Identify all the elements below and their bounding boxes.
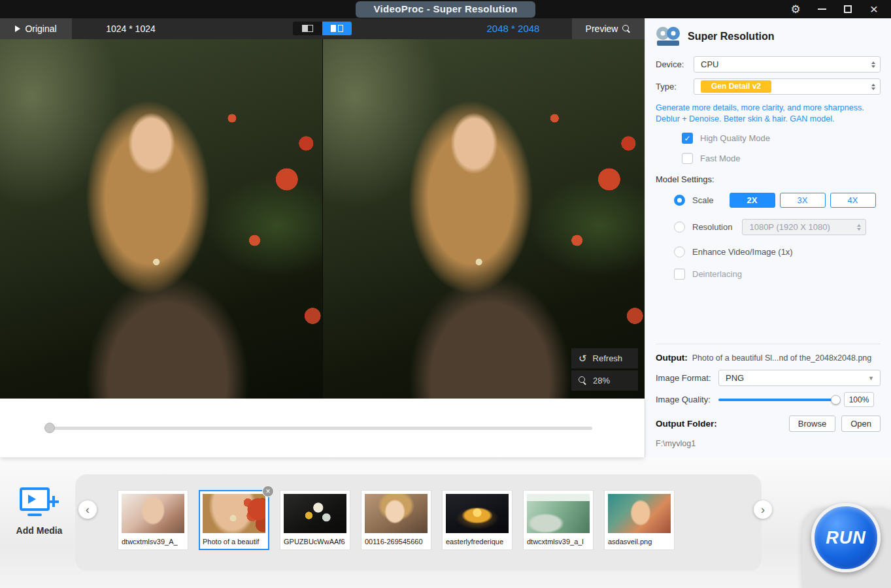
preview-button[interactable]: Preview (572, 18, 645, 39)
output-filename: Photo of a beautiful Sl...nd of the_2048… (692, 353, 872, 363)
original-image-panel[interactable] (0, 39, 322, 399)
media-item[interactable]: dtwcxtmlsv39_a_l (523, 490, 594, 550)
high-quality-checkbox[interactable]: ✓ (682, 133, 693, 144)
add-media-button[interactable]: Add Media (10, 486, 68, 536)
tab-original[interactable]: Original (0, 18, 72, 39)
minimize-icon (818, 8, 826, 10)
maximize-button[interactable] (835, 0, 861, 18)
preview-scrub-area (0, 399, 645, 457)
fast-mode-label: Fast Mode (700, 154, 740, 163)
media-thumbnail (608, 494, 671, 533)
remove-media-button[interactable]: × (262, 485, 274, 497)
minimize-button[interactable] (809, 0, 835, 18)
type-select[interactable]: Gen Detail v2 (694, 78, 881, 95)
resolution-label: Resolution (692, 222, 732, 232)
media-bar: Add Media ‹ › dtwcxtmlsv39_A_ Photo of a… (0, 457, 891, 588)
browse-button[interactable]: Browse (789, 416, 835, 432)
media-item[interactable]: 00116-269545660 (361, 490, 431, 550)
output-folder-row: Output Folder: Browse Open (656, 416, 881, 432)
maximize-icon (844, 5, 852, 13)
preview-position-slider[interactable] (46, 427, 592, 430)
refresh-label: Refresh (593, 353, 623, 363)
refresh-button[interactable]: ↺ Refresh (571, 348, 638, 368)
media-item[interactable]: dtwcxtmlsv39_A_ (118, 490, 188, 550)
media-thumbnail (122, 494, 184, 533)
media-item-label: 00116-269545660 (365, 536, 428, 548)
media-item[interactable]: asdasveil.png (604, 490, 675, 550)
image-format-row: Image Format: PNG ▼ (656, 370, 881, 386)
media-item[interactable]: easterlyfrederique (442, 490, 513, 550)
scroll-left-button[interactable]: ‹ (78, 500, 97, 519)
fast-mode-checkbox[interactable] (682, 153, 693, 164)
image-quality-slider[interactable] (718, 399, 836, 401)
scale-button-group: 2X 3X 4X (730, 193, 876, 208)
image-quality-value: 100% (844, 392, 874, 407)
magnifier-icon (622, 25, 631, 33)
stepper-icon (871, 84, 875, 90)
result-size-label: 2048 * 2048 (454, 18, 572, 39)
enhance-radio[interactable] (674, 246, 685, 257)
media-item-selected[interactable]: Photo of a beautif × (199, 490, 269, 550)
resolution-radio[interactable] (674, 221, 685, 233)
enhance-label: Enhance Video/Image (1x) (692, 247, 793, 257)
type-label: Type: (656, 82, 694, 91)
high-quality-label: High Quality Mode (700, 133, 770, 143)
enhance-option-row: Enhance Video/Image (1x) (674, 246, 881, 257)
device-label: Device: (656, 59, 694, 69)
preview-label: Preview (586, 24, 618, 34)
scale-label: Scale (692, 195, 714, 205)
high-quality-mode-option[interactable]: ✓ High Quality Mode (682, 133, 881, 144)
media-thumbnail (284, 494, 346, 533)
split-compare-icon (302, 25, 313, 32)
window-controls: ⚙ × (782, 0, 887, 18)
media-thumbnail (446, 494, 509, 533)
image-quality-row: Image Quality: 100% (656, 392, 881, 407)
fast-mode-option[interactable]: Fast Mode (682, 153, 881, 164)
media-thumbnail (527, 494, 590, 533)
scale-radio[interactable] (674, 195, 685, 206)
deinterlacing-option[interactable]: Deinterlacing (674, 269, 881, 280)
resolution-select[interactable]: 1080P (1920 X 1080) (742, 219, 866, 235)
output-section: Output:Photo of a beautiful Sl...nd of t… (656, 344, 881, 451)
resolution-option-row: Resolution 1080P (1920 X 1080) (674, 219, 881, 235)
run-button[interactable]: RUN (811, 503, 881, 572)
media-item-label: easterlyfrederique (446, 536, 509, 548)
output-path: F:\myvlog1 (656, 439, 881, 451)
preview-header: Original 1024 * 1024 2048 * 2048 Preview (0, 18, 645, 39)
app-window: VideoProc - Super Resolution ⚙ × Origina… (0, 0, 891, 588)
original-image (0, 39, 322, 399)
output-line: Output:Photo of a beautiful Sl...nd of t… (656, 353, 881, 363)
open-button[interactable]: Open (841, 416, 881, 432)
device-select[interactable]: CPU (694, 56, 881, 73)
deinterlacing-checkbox[interactable] (674, 269, 685, 280)
settings-gear-icon[interactable]: ⚙ (782, 0, 809, 18)
device-row: Device: CPU (656, 56, 881, 73)
close-button[interactable]: × (861, 0, 887, 18)
scale-4x-button[interactable]: 4X (830, 193, 876, 208)
scale-2x-button[interactable]: 2X (730, 193, 775, 208)
play-icon (15, 25, 20, 32)
media-item-label: Photo of a beautif (203, 536, 265, 548)
single-view-toggle[interactable] (293, 22, 322, 35)
image-format-select[interactable]: PNG ▼ (718, 370, 881, 386)
result-image (323, 39, 645, 399)
type-badge: Gen Detail v2 (701, 80, 771, 93)
type-row: Type: Gen Detail v2 (656, 78, 881, 95)
side-by-side-view-toggle[interactable] (322, 22, 352, 35)
image-format-label: Image Format: (656, 373, 718, 383)
scroll-right-button[interactable]: › (754, 500, 772, 519)
preview-slider-thumb[interactable] (44, 423, 55, 433)
stepper-icon (857, 224, 861, 231)
view-toggle-group (293, 22, 352, 35)
scale-3x-button[interactable]: 3X (780, 193, 826, 208)
chevron-down-icon: ▼ (868, 375, 874, 382)
stepper-icon (871, 61, 875, 68)
media-item-label: dtwcxtmlsv39_A_ (122, 536, 184, 548)
image-quality-thumb[interactable] (831, 395, 841, 404)
image-quality-label: Image Quality: (656, 395, 718, 404)
zoom-level-button[interactable]: 28% (571, 370, 638, 391)
resolution-value: 1080P (1920 X 1080) (749, 222, 830, 232)
result-image-panel[interactable]: ↺ Refresh 28% (322, 39, 645, 399)
media-item[interactable]: GPUZBUcWwAAf6 (280, 490, 350, 550)
deinterlacing-label: Deinterlacing (692, 269, 742, 279)
